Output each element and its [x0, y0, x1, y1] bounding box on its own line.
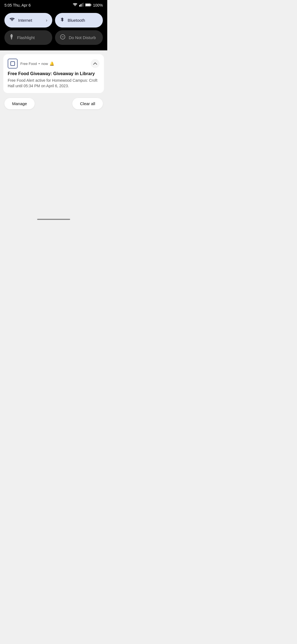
- qs-tile-do-not-disturb[interactable]: Do Not Disturb: [55, 30, 103, 45]
- status-time: 5:05 Thu, Apr 6: [4, 3, 31, 7]
- svg-rect-2: [82, 3, 83, 7]
- qs-tile-bluetooth[interactable]: Bluetooth: [55, 13, 103, 28]
- notification-collapse-button[interactable]: [91, 59, 100, 68]
- notification-card-free-food: Free Food • now 🔔 Free Food Giveaway: Gi…: [3, 54, 104, 93]
- battery-percentage: 100%: [93, 3, 103, 7]
- notification-actions: Manage Clear all: [3, 96, 104, 110]
- qs-bluetooth-label: Bluetooth: [68, 18, 85, 23]
- qs-flashlight-label: Flashlight: [17, 35, 35, 40]
- wifi-status-icon: [73, 3, 78, 7]
- home-indicator: [0, 215, 107, 223]
- notification-app-name: Free Food: [20, 62, 37, 66]
- quick-settings-panel: Internet › Bluetooth Flashlight: [0, 10, 107, 50]
- home-bar: [37, 219, 70, 220]
- qs-tile-internet[interactable]: Internet ›: [4, 13, 52, 28]
- battery-status-icon: [85, 3, 91, 7]
- qs-tile-flashlight[interactable]: Flashlight: [4, 30, 52, 45]
- status-bar: 5:05 Thu, Apr 6 100%: [0, 0, 107, 10]
- svg-point-9: [11, 39, 12, 40]
- svg-rect-8: [11, 38, 12, 39]
- status-icons: 100%: [73, 3, 103, 7]
- qs-internet-label: Internet: [18, 18, 32, 23]
- notification-header: Free Food • now 🔔: [8, 59, 100, 69]
- qs-dnd-label: Do Not Disturb: [69, 35, 96, 40]
- notification-bell-icon: 🔔: [50, 61, 54, 66]
- bottom-spacer: [3, 110, 104, 127]
- svg-rect-7: [11, 34, 12, 35]
- svg-rect-1: [81, 4, 81, 7]
- chevron-right-icon: ›: [46, 18, 47, 23]
- manage-button[interactable]: Manage: [4, 98, 35, 109]
- svg-rect-12: [11, 62, 15, 66]
- notification-meta: Free Food • now 🔔: [20, 61, 88, 66]
- clear-all-button[interactable]: Clear all: [72, 98, 103, 109]
- notification-time: now: [42, 62, 48, 66]
- svg-rect-3: [83, 3, 84, 7]
- bluetooth-icon: [60, 17, 64, 24]
- wifi-icon: [9, 17, 15, 23]
- notification-title: Free Food Giveaway: Giveaway in Library: [8, 71, 100, 76]
- notification-area: Free Food • now 🔔 Free Food Giveaway: Gi…: [0, 50, 107, 215]
- svg-rect-5: [91, 4, 91, 6]
- flashlight-icon: [9, 34, 14, 41]
- notification-body: Free Food Alert active for Homewood Camp…: [8, 78, 100, 89]
- app-icon-free-food: [8, 59, 18, 69]
- svg-rect-6: [86, 4, 90, 6]
- do-not-disturb-icon: [60, 34, 65, 41]
- svg-rect-0: [79, 5, 80, 7]
- signal-status-icon: [79, 3, 84, 7]
